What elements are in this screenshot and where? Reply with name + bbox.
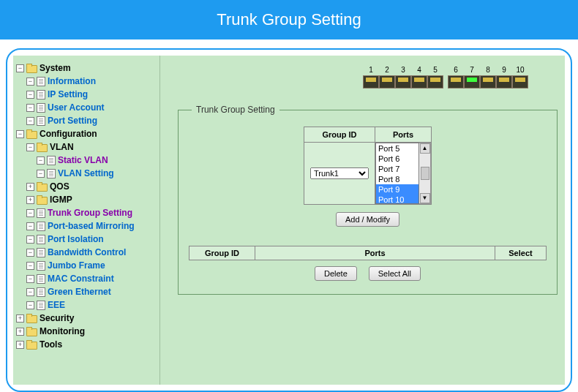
th-result-select: Select <box>495 246 547 260</box>
port-jack-icon <box>363 75 379 88</box>
tree-node-port-based-mirroring[interactable]: − Port-based Mirroring <box>16 219 157 233</box>
port-option[interactable]: Port 5 <box>376 143 419 154</box>
expand-icon[interactable]: + <box>26 183 34 191</box>
tree-node-tools[interactable]: + Tools <box>16 338 157 351</box>
tree-label: Security <box>40 312 74 324</box>
collapse-icon[interactable]: − <box>26 104 34 112</box>
expand-icon[interactable]: + <box>16 341 24 349</box>
tree-label: QOS <box>50 181 70 192</box>
ports-listbox[interactable]: Port 5Port 6Port 7Port 8Port 9Port 10 <box>375 143 419 204</box>
collapse-icon[interactable]: − <box>26 275 34 283</box>
collapse-icon[interactable]: − <box>26 288 34 296</box>
tree-node-ip-setting[interactable]: − IP Setting <box>16 88 157 101</box>
page-icon <box>47 156 56 165</box>
tree-label: Port Setting <box>48 115 97 127</box>
tree-label: Jumbo Frame <box>48 260 105 271</box>
content-area: 12345678910 Trunk Group Setting Group ID… <box>159 56 565 385</box>
tree-node-information[interactable]: − Information <box>16 75 157 88</box>
tree-label: Green Ethernet <box>48 286 111 298</box>
tree-label: Monitoring <box>40 325 85 337</box>
port-diagram: 12345678910 <box>178 61 558 100</box>
port-option[interactable]: Port 10 <box>376 195 419 204</box>
collapse-icon[interactable]: − <box>26 143 34 151</box>
add-modify-button[interactable]: Add / Modify <box>336 212 399 227</box>
collapse-icon[interactable]: − <box>26 235 34 244</box>
port-option[interactable]: Port 6 <box>376 154 419 164</box>
tree-node-static-vlan[interactable]: − Static VLAN <box>16 154 157 167</box>
tree-label: IGMP <box>50 194 72 206</box>
tree-node-port-isolation[interactable]: − Port Isolation <box>16 233 157 246</box>
tree-node-mac-constraint[interactable]: − MAC Constraint <box>16 272 157 285</box>
scroll-up-icon[interactable]: ▲ <box>420 143 430 154</box>
scroll-down-icon[interactable]: ▼ <box>420 193 430 203</box>
port-number: 4 <box>417 66 421 74</box>
delete-button[interactable]: Delete <box>315 266 357 281</box>
tree-node-configuration[interactable]: − Configuration <box>16 127 157 140</box>
th-group-id: Group ID <box>304 127 375 143</box>
collapse-icon[interactable]: − <box>26 91 34 99</box>
page-icon <box>37 208 45 218</box>
tree-node-eee[interactable]: − EEE <box>16 298 157 312</box>
collapse-icon[interactable]: − <box>16 64 24 72</box>
expand-icon[interactable]: + <box>16 328 24 336</box>
tree-node-user-account[interactable]: − User Account <box>16 101 157 114</box>
port-jack-icon <box>411 75 427 88</box>
port-number: 3 <box>401 66 405 74</box>
collapse-icon[interactable]: − <box>37 170 45 178</box>
port-jack-icon <box>448 75 464 88</box>
select-all-button[interactable]: Select All <box>369 266 421 281</box>
collapse-icon[interactable]: − <box>26 117 34 125</box>
tree-node-qos[interactable]: + QOS <box>16 180 157 193</box>
ports-scrollbar[interactable]: ▲ ▼ <box>419 143 431 204</box>
tree-node-bandwidth-control[interactable]: − Bandwidth Control <box>16 246 157 259</box>
port-option[interactable]: Port 9 <box>376 184 419 195</box>
config-table: Group ID Ports Trunk1 Port 5Port 6Port 7… <box>304 127 432 205</box>
tree-label: VLAN <box>50 141 74 153</box>
tree-node-security[interactable]: + Security <box>16 312 157 325</box>
scroll-thumb[interactable] <box>421 167 429 180</box>
main-frame: − System − Information − IP Setting − Us… <box>6 48 572 392</box>
collapse-icon[interactable]: − <box>26 222 34 230</box>
port-2: 2 <box>379 66 395 88</box>
tree-node-monitoring[interactable]: + Monitoring <box>16 325 157 338</box>
port-number: 10 <box>516 66 524 74</box>
collapse-icon[interactable]: − <box>26 249 34 257</box>
page-icon <box>47 169 56 178</box>
port-6: 6 <box>448 66 464 88</box>
folder-icon <box>26 340 37 349</box>
port-5: 5 <box>427 66 443 88</box>
collapse-icon[interactable]: − <box>37 157 45 165</box>
page-icon <box>37 222 45 231</box>
tree-label: Bandwidth Control <box>48 246 126 258</box>
tree-node-igmp[interactable]: + IGMP <box>16 193 157 206</box>
trunk-group-fieldset: Trunk Group Setting Group ID Ports Trunk… <box>178 105 558 295</box>
port-4: 4 <box>411 66 427 88</box>
port-option[interactable]: Port 8 <box>376 174 419 184</box>
port-8: 8 <box>480 66 496 88</box>
folder-icon <box>37 182 48 191</box>
tree-node-port-setting[interactable]: − Port Setting <box>16 114 157 127</box>
collapse-icon[interactable]: − <box>26 262 34 270</box>
tree-label: Port Isolation <box>48 233 104 245</box>
tree-node-system[interactable]: − System <box>16 61 157 75</box>
tree-node-jumbo-frame[interactable]: − Jumbo Frame <box>16 259 157 272</box>
tree-label: Static VLAN <box>58 154 108 166</box>
port-number: 8 <box>486 66 490 74</box>
tree-label: IP Setting <box>48 88 88 100</box>
tree-node-trunk-group-setting[interactable]: − Trunk Group Setting <box>16 206 157 219</box>
td-group-id: Trunk1 <box>304 143 375 205</box>
expand-icon[interactable]: + <box>26 196 34 204</box>
collapse-icon[interactable]: − <box>26 78 34 86</box>
tree-node-green-ethernet[interactable]: − Green Ethernet <box>16 285 157 298</box>
collapse-icon[interactable]: − <box>26 301 34 309</box>
expand-icon[interactable]: + <box>16 314 24 323</box>
port-7: 7 <box>464 66 480 88</box>
collapse-icon[interactable]: − <box>16 130 24 138</box>
fieldset-legend: Trunk Group Setting <box>192 105 279 115</box>
tree-node-vlan-setting[interactable]: − VLAN Setting <box>16 167 157 180</box>
page-icon <box>37 116 45 126</box>
group-id-select[interactable]: Trunk1 <box>310 167 369 179</box>
port-option[interactable]: Port 7 <box>376 164 419 174</box>
tree-node-vlan[interactable]: − VLAN <box>16 140 157 154</box>
collapse-icon[interactable]: − <box>26 209 34 217</box>
